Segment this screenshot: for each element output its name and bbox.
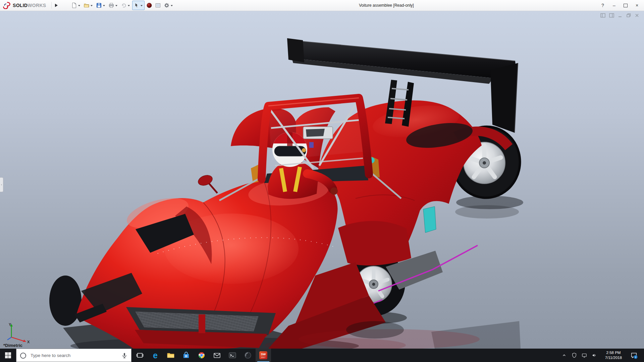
network-tray-icon[interactable]: [580, 349, 589, 362]
solidworks-app-icon: SW 2017: [259, 351, 268, 360]
clock-date: 7/11/2018: [602, 355, 625, 360]
dropdown-chevron-icon[interactable]: [115, 5, 117, 7]
browser-button[interactable]: [194, 349, 209, 362]
red-sphere-icon: [146, 2, 152, 8]
command-prompt-button[interactable]: [225, 349, 240, 362]
ds-logo-icon: [3, 2, 11, 9]
svg-text:2017: 2017: [261, 356, 266, 358]
dropdown-chevron-icon[interactable]: [128, 5, 130, 7]
defender-tray-icon[interactable]: [570, 349, 579, 362]
file-explorer-icon: [167, 351, 175, 359]
print-button[interactable]: [107, 1, 119, 10]
dropdown-chevron-icon[interactable]: [103, 5, 105, 7]
edge-icon: e: [153, 351, 158, 360]
undo-button[interactable]: [120, 1, 131, 10]
dropdown-chevron-icon[interactable]: [78, 5, 80, 7]
new-document-button[interactable]: [70, 1, 82, 10]
pane-right-icon[interactable]: [609, 13, 614, 18]
axis-x-label: X: [27, 340, 30, 343]
minimize-button[interactable]: –: [608, 0, 620, 11]
svg-text:SW: SW: [261, 353, 266, 356]
dropdown-chevron-icon[interactable]: [91, 5, 93, 7]
close-document-icon[interactable]: [635, 13, 639, 18]
front-left-tire: [49, 276, 82, 326]
dropdown-chevron-icon[interactable]: [171, 5, 173, 7]
store-button[interactable]: [178, 349, 194, 362]
edge-button[interactable]: e: [148, 349, 163, 362]
window-controls: ? – ×: [597, 0, 643, 11]
appearance-sphere-button[interactable]: [145, 1, 153, 10]
network-icon: [581, 352, 587, 358]
file-explorer-button[interactable]: [163, 349, 178, 362]
save-button[interactable]: [95, 1, 107, 10]
clock-time: 2:58 PM: [602, 350, 625, 355]
save-floppy-icon: [96, 2, 102, 8]
action-center-icon: 2: [630, 352, 638, 359]
notification-badge: 2: [635, 356, 636, 359]
windscreen-header: [303, 127, 333, 139]
separator: [51, 2, 52, 9]
taskbar-apps: e: [132, 349, 271, 362]
start-button[interactable]: [0, 349, 16, 362]
solidworks-app-button[interactable]: SW 2017: [256, 349, 271, 362]
dropdown-chevron-icon[interactable]: [141, 5, 143, 7]
undo-icon: [121, 2, 127, 8]
shield-icon: [571, 352, 577, 358]
hidden-icons-button[interactable]: [559, 349, 569, 362]
help-button[interactable]: ?: [597, 0, 608, 11]
view-orientation-label: *Dimetric: [3, 343, 22, 348]
dark-app-icon: [244, 351, 252, 359]
task-view-icon: [136, 351, 144, 359]
side-mirror: [197, 173, 217, 193]
browser-circle-icon: [198, 351, 206, 359]
orientation-triad: Y X: [6, 322, 33, 343]
quick-access-toolbar: [70, 1, 174, 10]
cyan-duct: [423, 206, 436, 233]
action-center-button[interactable]: 2: [628, 349, 640, 362]
mail-button[interactable]: [209, 349, 225, 362]
store-icon: [182, 351, 190, 359]
restore-icon: [624, 4, 628, 7]
sheet-grid-icon: [155, 2, 161, 8]
close-button[interactable]: ×: [631, 0, 643, 11]
car-model-3d[interactable]: [0, 11, 644, 349]
restore-button[interactable]: [620, 0, 631, 11]
select-tool-button[interactable]: [132, 1, 145, 10]
search-input[interactable]: [30, 353, 115, 358]
titlebar: SOLIDWORKS: [0, 0, 644, 11]
select-arrow-icon: [133, 2, 140, 8]
dark-app-button[interactable]: [240, 349, 256, 362]
document-window-controls: [600, 13, 639, 18]
chevron-up-icon: [561, 352, 568, 359]
gear-icon: [164, 2, 170, 8]
print-icon: [108, 2, 114, 8]
taskbar-clock[interactable]: 2:58 PM 7/11/2018: [600, 350, 627, 360]
open-folder-icon: [84, 2, 90, 8]
brand-text: SOLIDWORKS: [13, 3, 46, 8]
windows-logo-icon: [5, 352, 11, 359]
volume-tray-icon[interactable]: [590, 349, 599, 362]
speaker-icon: [591, 352, 597, 358]
cortana-ring-icon: [19, 352, 27, 360]
options-button[interactable]: [163, 1, 174, 10]
system-tray: 2:58 PM 7/11/2018 2: [559, 349, 644, 362]
pane-left-icon[interactable]: [600, 13, 606, 18]
axis-y-label: Y: [9, 322, 11, 326]
taskbar-search[interactable]: [16, 349, 131, 362]
mail-icon: [213, 351, 221, 359]
new-document-icon: [71, 2, 77, 8]
drawing-sheet-button[interactable]: [154, 1, 162, 10]
solidworks-logo: SOLIDWORKS: [0, 0, 49, 11]
microphone-icon[interactable]: [120, 352, 128, 360]
task-view-button[interactable]: [132, 349, 148, 362]
restore-document-icon[interactable]: [626, 13, 631, 18]
minimize-document-icon[interactable]: [618, 13, 623, 18]
command-prompt-icon: [228, 351, 236, 359]
taskbar: e: [0, 349, 644, 362]
expand-menu-arrow-icon[interactable]: [55, 4, 59, 7]
graphics-viewport[interactable]: ‹: [0, 11, 644, 349]
open-button[interactable]: [83, 1, 94, 10]
window-title: Voiture assemblee [Read-only]: [359, 0, 414, 11]
